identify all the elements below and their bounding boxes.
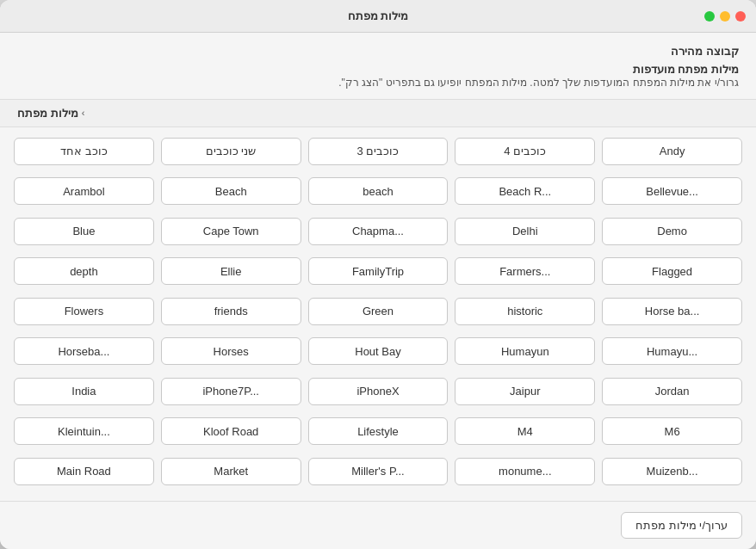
tag-button[interactable]: historic	[455, 298, 595, 325]
tag-button[interactable]: Bellevue...	[602, 177, 742, 205]
chevron-down-icon: ›	[82, 108, 85, 118]
tag-button[interactable]: M6	[602, 417, 742, 445]
titlebar: מילות מפתח	[0, 0, 756, 33]
tag-button[interactable]: כוכב אחד	[14, 138, 154, 165]
tag-button[interactable]: FamilyTrip	[308, 257, 449, 285]
tags-grid: כוכב אחדשני כוכבים3 כוכבים4 כוכביםAndyAr…	[0, 127, 756, 501]
tag-button[interactable]: iPhoneX	[308, 378, 449, 405]
section-label: מילות מפתח	[17, 107, 78, 120]
tag-button[interactable]: Flagged	[602, 257, 742, 285]
tag-button[interactable]: Delhi	[455, 218, 595, 245]
footer: ערוך/י מילות מפתח	[0, 501, 756, 549]
tag-button[interactable]: Jaipur	[455, 378, 595, 405]
header-section: קבוצה מהירה מילות מפתח מועדפות גרור/י את…	[0, 33, 756, 100]
tag-button[interactable]: Blue	[14, 218, 154, 245]
tag-button[interactable]: Jordan	[602, 378, 742, 405]
tag-button[interactable]: Kleintuin...	[14, 417, 154, 445]
description-title: מילות מפתח מועדפות	[17, 63, 739, 76]
tag-button[interactable]: Demo	[602, 218, 742, 245]
tag-button[interactable]: Beach R...	[455, 177, 595, 205]
traffic-light-yellow[interactable]	[720, 11, 730, 22]
tag-button[interactable]: Farmers...	[455, 257, 595, 285]
tag-button[interactable]: Beach	[161, 177, 301, 205]
tag-button[interactable]: Horse ba...	[602, 298, 742, 325]
tag-button[interactable]: Horseba...	[14, 337, 154, 365]
tag-button[interactable]: Muizenb...	[602, 458, 742, 485]
tag-button[interactable]: Hout Bay	[308, 337, 449, 365]
tag-button[interactable]: India	[14, 378, 154, 405]
edit-keywords-button[interactable]: ערוך/י מילות מפתח	[621, 512, 742, 539]
tag-button[interactable]: Miller's P...	[308, 458, 449, 485]
tag-button[interactable]: 4 כוכבים	[455, 138, 595, 165]
tag-button[interactable]: depth	[14, 257, 154, 285]
tag-button[interactable]: iPhone7P...	[161, 378, 301, 405]
tag-button[interactable]: Green	[308, 298, 449, 325]
traffic-lights	[704, 11, 746, 22]
tag-button[interactable]: Main Road	[14, 458, 154, 485]
tag-button[interactable]: Chapma...	[308, 218, 449, 245]
tag-button[interactable]: monume...	[455, 458, 595, 485]
tag-button[interactable]: friends	[161, 298, 301, 325]
tag-button[interactable]: Lifestyle	[308, 417, 449, 445]
tag-button[interactable]: Arambol	[14, 177, 154, 205]
tag-button[interactable]: 3 כוכבים	[308, 138, 449, 165]
tag-button[interactable]: Humayun	[455, 337, 595, 365]
tag-button[interactable]: Humayu...	[602, 337, 742, 365]
tag-button[interactable]: Ellie	[161, 257, 301, 285]
tag-button[interactable]: Cape Town	[161, 218, 301, 245]
tag-button[interactable]: Andy	[602, 138, 742, 165]
tag-button[interactable]: שני כוכבים	[161, 138, 301, 165]
traffic-light-red[interactable]	[735, 11, 746, 22]
group-label: קבוצה מהירה	[17, 45, 739, 58]
tag-button[interactable]: M4	[455, 417, 595, 445]
tag-button[interactable]: Flowers	[14, 298, 154, 325]
window-title: מילות מפתח	[348, 9, 409, 22]
main-window: מילות מפתח קבוצה מהירה מילות מפתח מועדפו…	[0, 0, 756, 549]
tag-button[interactable]: Kloof Road	[161, 417, 301, 445]
description-text: גרור/י את מילות המפתח המועדפות שלך למטה.…	[17, 76, 739, 90]
tag-button[interactable]: beach	[308, 177, 449, 205]
tag-button[interactable]: Market	[161, 458, 301, 485]
section-row[interactable]: › מילות מפתח	[0, 100, 756, 127]
traffic-light-green[interactable]	[704, 11, 715, 22]
tag-button[interactable]: Horses	[161, 337, 301, 365]
